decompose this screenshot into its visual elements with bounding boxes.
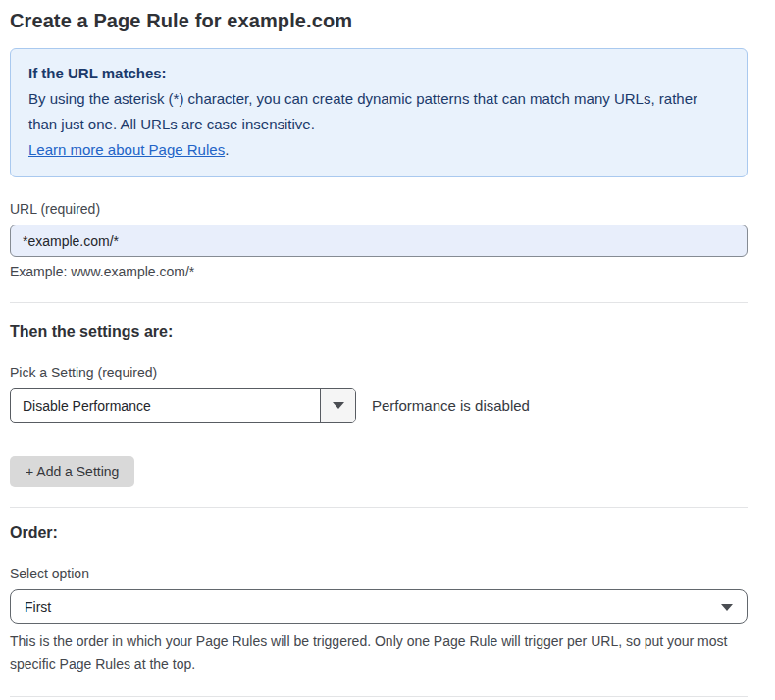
setting-select-arrow-button[interactable] xyxy=(320,389,355,422)
setting-select[interactable]: Disable Performance xyxy=(10,388,356,423)
order-section-heading: Order: xyxy=(10,525,748,542)
setting-select-value: Disable Performance xyxy=(11,389,320,422)
setting-row: Disable Performance Performance is disab… xyxy=(10,388,748,423)
divider xyxy=(10,507,748,508)
info-box-body: By using the asterisk (*) character, you… xyxy=(28,86,729,137)
learn-more-link[interactable]: Learn more about Page Rules xyxy=(28,141,225,158)
link-period: . xyxy=(225,141,229,158)
url-label: URL (required) xyxy=(10,201,748,217)
add-setting-button[interactable]: + Add a Setting xyxy=(10,456,134,487)
order-select[interactable]: First xyxy=(10,589,748,624)
url-matches-info-box: If the URL matches: By using the asteris… xyxy=(10,48,748,177)
url-input[interactable] xyxy=(10,225,748,257)
info-box-link-line: Learn more about Page Rules. xyxy=(28,137,729,163)
divider xyxy=(10,302,748,303)
setting-status-text: Performance is disabled xyxy=(372,397,530,414)
create-page-rule-page: Create a Page Rule for example.com If th… xyxy=(0,0,775,700)
info-box-heading: If the URL matches: xyxy=(28,61,729,86)
chevron-down-icon xyxy=(333,402,344,409)
order-select-label: Select option xyxy=(10,566,748,581)
divider xyxy=(10,696,748,697)
order-help-text: This is the order in which your Page Rul… xyxy=(10,630,736,675)
chevron-down-icon xyxy=(721,604,733,611)
pick-setting-label: Pick a Setting (required) xyxy=(10,365,748,380)
page-title: Create a Page Rule for example.com xyxy=(10,10,748,32)
settings-section-heading: Then the settings are: xyxy=(10,324,748,341)
url-example-text: Example: www.example.com/* xyxy=(10,264,748,279)
order-select-value: First xyxy=(25,599,51,615)
